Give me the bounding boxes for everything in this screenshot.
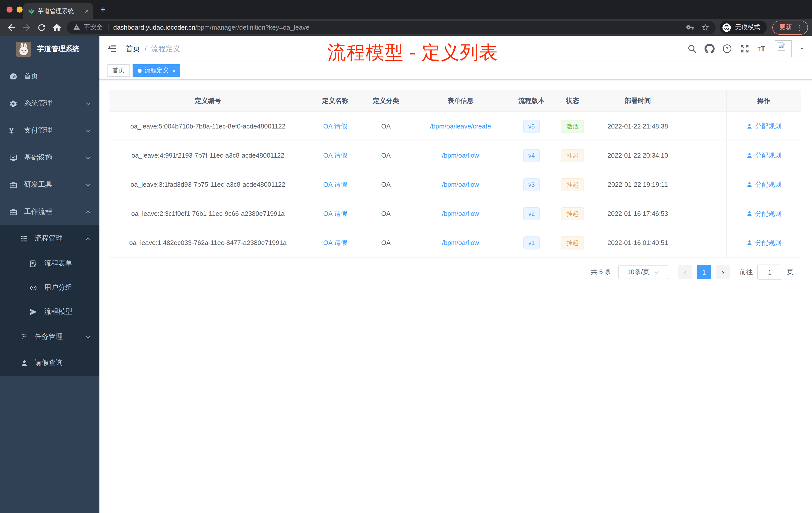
search-icon[interactable] (687, 44, 697, 54)
active-dot (138, 68, 142, 72)
app-logo-image (16, 42, 31, 57)
form-link[interactable]: /bpm/oa/flow (442, 181, 479, 188)
chevron-down-icon (85, 101, 91, 106)
cell-form-link: /bpm/oa/leave/create (408, 112, 513, 141)
sidebar-item-home[interactable]: 首页 (0, 63, 99, 90)
tag-close-icon[interactable]: × (172, 67, 175, 73)
table-row: oa_leave:4:991f2193-7b7f-11ec-a3c8-acde4… (110, 141, 801, 170)
cell-name-link: OA 请假 (306, 229, 364, 257)
warning-icon (73, 24, 80, 31)
sidebar-item-workflow[interactable]: 工作流程 (0, 198, 99, 225)
cell-action: 分配规则 (726, 199, 801, 228)
assign-rule-link[interactable]: 分配规则 (746, 209, 781, 218)
cell-action: 分配规则 (726, 170, 801, 199)
name-link[interactable]: OA 请假 (323, 180, 347, 189)
form-icon (29, 259, 38, 268)
cell-id: oa_leave:4:991f2193-7b7f-11ec-a3c8-acde4… (110, 141, 306, 170)
close-window-button[interactable] (6, 6, 12, 12)
minimize-window-button[interactable] (17, 6, 23, 12)
tag-process-definition[interactable]: 流程定义 × (133, 64, 180, 77)
cell-id: oa_leave:5:004b710b-7b8a-11ec-8ef0-acde4… (110, 112, 306, 141)
tag-label: 流程定义 (145, 66, 169, 75)
sidebar-item-process-model[interactable]: 流程模型 (0, 300, 99, 324)
user-solid-icon (746, 123, 753, 129)
sidebar-item-label: 基础设施 (24, 153, 52, 162)
sidebar-item-payment-mgmt[interactable]: ¥支付管理 (0, 117, 99, 144)
form-link[interactable]: /bpm/oa/flow (442, 239, 479, 246)
sidebar-item-process-form[interactable]: 流程表单 (0, 251, 99, 276)
name-link[interactable]: OA 请假 (323, 122, 347, 131)
key-icon[interactable] (686, 23, 695, 32)
sidebar-item-task-mgmt[interactable]: 任务管理 (0, 324, 99, 350)
cell-form-link: /bpm/oa/flow (408, 170, 513, 199)
reload-icon[interactable] (37, 22, 47, 32)
cell-action: 分配规则 (726, 141, 801, 170)
definition-table: 定义编号定义名称定义分类表单信息流程版本状态部署时间操作 oa_leave:5:… (110, 90, 801, 258)
assign-rule-link[interactable]: 分配规则 (746, 151, 781, 160)
version-badge[interactable]: v3 (523, 178, 540, 191)
form-link[interactable]: /bpm/oa/flow (442, 210, 479, 217)
prev-page-button[interactable]: ‹ (678, 265, 692, 279)
table-header-cell: 流程版本 (513, 90, 550, 112)
next-page-button[interactable]: › (716, 265, 730, 279)
version-badge[interactable]: v2 (523, 207, 540, 220)
chevron-down-icon[interactable] (800, 46, 805, 51)
form-link[interactable]: /bpm/oa/leave/create (430, 122, 491, 130)
sidebar-item-process-mgmt[interactable]: 流程管理 (0, 225, 99, 251)
table-row: oa_leave:5:004b710b-7b8a-11ec-8ef0-acde4… (110, 112, 801, 141)
new-tab-button[interactable]: + (97, 4, 109, 15)
cell-filler (680, 170, 726, 199)
assign-rule-label: 分配规则 (755, 122, 781, 131)
sidebar-item-dev-tools[interactable]: 研发工具 (0, 171, 99, 198)
cell-deployed_at: 2022-01-22 20:34:10 (595, 141, 680, 170)
help-icon[interactable]: ? (722, 44, 732, 54)
cell-filler (680, 141, 726, 170)
monitor-icon (9, 153, 18, 162)
bookmark-star-icon[interactable] (701, 23, 709, 32)
version-badge[interactable]: v1 (523, 236, 540, 249)
update-button[interactable]: 更新 ⋮ (772, 20, 808, 34)
assign-rule-link[interactable]: 分配规则 (746, 122, 781, 131)
assign-rule-link[interactable]: 分配规则 (746, 238, 781, 247)
url-host: dashboard.yudao.iocoder.cn (113, 24, 195, 31)
sidebar-item-infrastructure[interactable]: 基础设施 (0, 144, 99, 171)
goto-label: 前往 (740, 268, 753, 277)
app-title: 芋道管理系统 (37, 45, 79, 54)
name-link[interactable]: OA 请假 (323, 209, 347, 218)
github-icon[interactable] (704, 44, 715, 54)
name-link[interactable]: OA 请假 (323, 151, 347, 160)
browser-menu-dots-icon[interactable]: ⋮ (796, 24, 803, 31)
version-badge[interactable]: v4 (523, 149, 540, 162)
hamburger-icon[interactable] (107, 44, 117, 54)
font-size-icon[interactable]: TT (757, 44, 767, 54)
favicon-leaf-icon (28, 7, 35, 14)
home-icon[interactable] (52, 22, 62, 32)
name-link[interactable]: OA 请假 (323, 238, 347, 247)
assign-rule-label: 分配规则 (755, 151, 781, 160)
version-badge[interactable]: v5 (523, 120, 540, 133)
fullscreen-icon[interactable] (740, 44, 750, 54)
tag-label: 首页 (113, 66, 124, 75)
sidebar-item-label: 用户分组 (44, 283, 72, 292)
sidebar-item-system-mgmt[interactable]: 系统管理 (0, 90, 99, 117)
sidebar-item-label: 研发工具 (24, 180, 52, 189)
page-size-select[interactable]: 10条/页 (618, 265, 668, 279)
sidebar-item-user-group[interactable]: 用户分组 (0, 276, 99, 300)
sidebar-item-leave-query[interactable]: 请假查询 (0, 350, 99, 376)
form-link[interactable]: /bpm/oa/flow (442, 152, 479, 159)
browser-tab[interactable]: 芋道管理系统 × (23, 3, 93, 19)
sidebar-menu: 首页系统管理¥支付管理基础设施研发工具工作流程流程管理流程表单用户分组流程模型任… (0, 63, 99, 376)
cell-name-link: OA 请假 (306, 170, 364, 199)
cell-name-link: OA 请假 (306, 199, 364, 228)
tag-home[interactable]: 首页 (108, 64, 129, 77)
page-1-button[interactable]: 1 (697, 265, 711, 279)
forward-icon[interactable] (22, 22, 32, 32)
address-bar[interactable]: 不安全 dashboard.yudao.iocoder.cn /bpm/mana… (67, 21, 716, 34)
assign-rule-link[interactable]: 分配规则 (746, 180, 781, 189)
back-icon[interactable] (6, 22, 17, 32)
status-badge: 挂起 (561, 149, 584, 162)
avatar[interactable] (775, 40, 792, 57)
goto-page-input[interactable] (757, 265, 782, 280)
tab-close-icon[interactable]: × (85, 7, 89, 14)
breadcrumb-home[interactable]: 首页 (125, 44, 140, 54)
